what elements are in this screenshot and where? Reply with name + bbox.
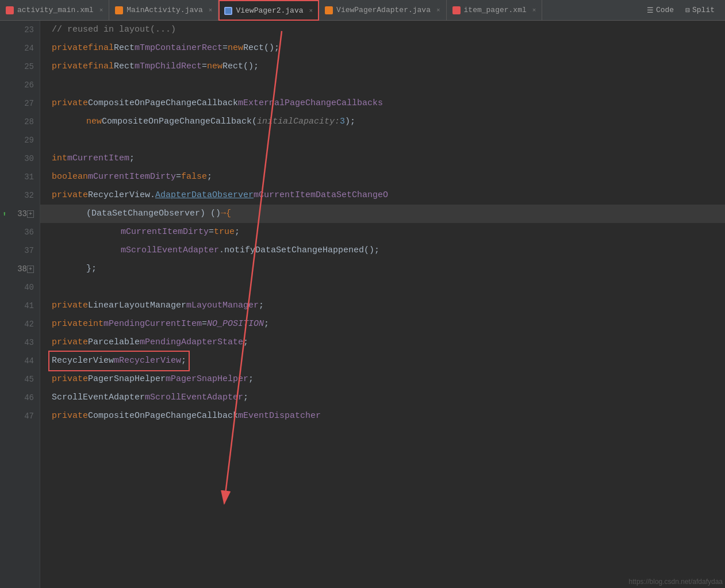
code-line-31: boolean mCurrentItemDirty = false ; — [40, 168, 725, 186]
code-line-27: private CompositeOnPageChangeCallback mE… — [40, 94, 725, 113]
code-icon: ☰ — [647, 6, 654, 15]
code-line-40 — [40, 278, 725, 297]
tab-viewpager2[interactable]: ViewPager2.java × — [218, 0, 319, 21]
split-label: Split — [692, 6, 715, 14]
comment-reused: // reused in layout(...) — [52, 21, 176, 39]
gutter-37: 37 — [0, 241, 40, 260]
tab-viewpageradapter[interactable]: ViewPagerAdapter.java × — [319, 0, 446, 21]
gutter-23: 23 — [0, 21, 40, 39]
close-icon[interactable]: × — [309, 7, 313, 14]
gutter-47: 47 — [0, 407, 40, 425]
split-button[interactable]: ⊟ Split — [681, 5, 719, 16]
gutter-25: 25 — [0, 57, 40, 76]
tab-activity-main[interactable]: activity_main.xml × — [0, 0, 109, 21]
line-44-box: RecyclerView mRecyclerView ; — [48, 351, 190, 371]
code-line-46: ScrollEventAdapter mScrollEventAdapter ; — [40, 389, 725, 407]
gutter-40: 40 — [0, 278, 40, 297]
code-label: Code — [656, 6, 674, 14]
code-button[interactable]: ☰ Code — [642, 5, 678, 16]
gutter-45: 45 — [0, 370, 40, 389]
gutter-26: 26 — [0, 76, 40, 94]
gutter-44: 44 — [0, 352, 40, 370]
close-icon[interactable]: × — [99, 7, 103, 14]
gutter-32: 32 — [0, 186, 40, 205]
code-line-32: private RecyclerView. AdapterDataObserve… — [40, 186, 725, 205]
gutter-33: ⬆ 33 + — [0, 205, 40, 223]
gutter-29: 29 — [0, 131, 40, 149]
vp2-icon — [224, 7, 232, 15]
code-line-29 — [40, 131, 725, 149]
gutter-28: 28 — [0, 113, 40, 131]
line-number-gutter: 23 24 25 26 27 28 29 30 31 32 ⬆ 33 + 36 … — [0, 21, 40, 588]
code-line-36: mCurrentItemDirty = true ; — [40, 223, 725, 241]
gutter-30: 30 — [0, 149, 40, 168]
split-icon: ⊟ — [685, 6, 690, 15]
expand-icon[interactable]: + — [27, 210, 34, 218]
code-line-45: private PagerSnapHelper mPagerSnapHelper… — [40, 370, 725, 389]
code-line-24: private final Rect mTmpContainerRect = n… — [40, 39, 725, 57]
gutter-43: 43 — [0, 333, 40, 352]
tab-item-pager[interactable]: item_pager.xml × — [447, 0, 543, 21]
gutter-31: 31 — [0, 168, 40, 186]
toolbar-right: ☰ Code ⊟ Split — [642, 5, 725, 16]
tab-label: ViewPager2.java — [236, 6, 303, 15]
close-icon[interactable]: × — [436, 7, 440, 14]
code-line-47: private CompositeOnPageChangeCallback mE… — [40, 407, 725, 425]
run-icon: ⬆ — [2, 210, 6, 218]
tab-label: activity_main.xml — [17, 6, 94, 14]
gutter-27: 27 — [0, 94, 40, 113]
java-icon — [325, 6, 333, 14]
gutter-41: 41 — [0, 297, 40, 315]
tab-label: ViewPagerAdapter.java — [336, 6, 431, 14]
tab-label: item_pager.xml — [464, 6, 527, 14]
code-line-26 — [40, 76, 725, 94]
watermark: https://blog.csdn.net/afdafydaa — [629, 578, 723, 586]
tab-label: MainActivity.java — [126, 6, 203, 14]
gutter-24: 24 — [0, 39, 40, 57]
xml-icon — [452, 6, 461, 14]
code-line-38: }; — [40, 260, 725, 278]
java-icon — [115, 6, 123, 14]
code-line-43: private Parcelable mPendingAdapterState … — [40, 333, 725, 352]
gutter-42: 42 — [0, 315, 40, 333]
code-line-33: (DataSetChangeObserver) () → { — [40, 205, 725, 223]
code-line-37: mScrollEventAdapter .notifyDataSetChange… — [40, 241, 725, 260]
xml-icon — [6, 6, 14, 14]
editor-container: 23 24 25 26 27 28 29 30 31 32 ⬆ 33 + 36 … — [0, 21, 725, 588]
code-line-44: RecyclerView mRecyclerView ; — [40, 352, 725, 370]
gutter-36: 36 — [0, 223, 40, 241]
code-line-41: private LinearLayoutManager mLayoutManag… — [40, 297, 725, 315]
gutter-38: 38 + — [0, 260, 40, 278]
close-icon[interactable]: × — [209, 7, 213, 14]
code-line-25: private final Rect mTmpChildRect = new R… — [40, 57, 725, 76]
code-line-30: int mCurrentItem ; — [40, 149, 725, 168]
close-icon[interactable]: × — [532, 7, 536, 14]
tab-bar: activity_main.xml × MainActivity.java × … — [0, 0, 725, 21]
code-line-42: private int mPendingCurrentItem = NO_POS… — [40, 315, 725, 333]
tab-mainactivity[interactable]: MainActivity.java × — [109, 0, 218, 21]
code-line-23: // reused in layout(...) — [40, 21, 725, 39]
expand-icon-38[interactable]: + — [27, 266, 34, 273]
code-area[interactable]: // reused in layout(...) private final R… — [40, 21, 725, 588]
code-line-28: new CompositeOnPageChangeCallback( initi… — [40, 113, 725, 131]
gutter-46: 46 — [0, 389, 40, 407]
